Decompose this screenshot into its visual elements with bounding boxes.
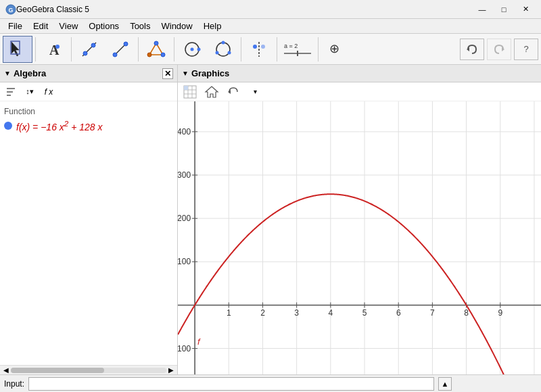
toolbar: A [0,34,541,65]
svg-text:G: G [8,7,13,14]
function-expression: f(x) = −16 x2 + 128 x [16,119,103,132]
titlebar: G GeoGebra Classic 5 — □ ✕ [0,0,541,19]
svg-point-24 [253,45,257,49]
algebra-chevron: ▼ [4,70,11,77]
graphics-undo-button[interactable] [224,84,243,99]
svg-point-22 [216,51,219,54]
undo-button[interactable] [460,39,484,60]
scroll-thumb[interactable] [11,368,104,373]
input-label: Input: [4,379,24,389]
algebra-toolbar: ↕▾ f x [0,82,177,101]
toolbar-separator-3 [138,37,139,62]
svg-point-14 [161,53,165,57]
svg-point-7 [83,51,87,55]
triangle-tool[interactable] [141,36,171,63]
undo-redo-group: ? [460,39,538,60]
redo-dropdown-icon: ▾ [254,88,257,95]
algebra-scrollbar: ◀ ▶ [0,365,177,374]
fx-icon: f x [45,87,53,97]
menu-options[interactable]: Options [83,20,124,32]
graphics-panel: ▼ Graphics [178,65,541,374]
move-view-tool[interactable]: ⊕ [321,36,351,63]
function-item[interactable]: f(x) = −16 x2 + 128 x [4,119,173,132]
algebra-fx-button[interactable]: f x [41,84,57,99]
svg-point-10 [113,53,117,57]
app-icon: G [5,4,16,15]
svg-point-21 [228,51,231,54]
scroll-left-button[interactable]: ◀ [1,366,11,375]
scroll-right-button[interactable]: ▶ [166,366,176,375]
svg-text:⊕: ⊕ [329,42,339,55]
scroll-track [11,368,166,373]
menu-file[interactable]: File [3,20,28,32]
svg-text:a = 2: a = 2 [284,43,298,49]
algebra-sort-button[interactable] [3,84,19,99]
algebra-content: Function f(x) = −16 x2 + 128 x [0,101,177,365]
svg-point-11 [124,42,128,46]
app-title: GeoGebra Classic 5 [16,5,472,14]
graphics-toolbar: ▾ [178,82,541,101]
input-field[interactable] [28,377,434,391]
main-content: ▼ Algebra ✕ ↕▾ f x Function [0,65,541,374]
sort-dropdown-icon: ↕▾ [26,87,34,96]
function-group-label: Function [4,107,173,116]
menu-help[interactable]: Help [198,20,227,32]
graphics-title: Graphics [191,68,229,78]
svg-point-17 [191,47,194,51]
function-dot [4,122,12,130]
svg-point-20 [222,41,225,44]
line-tool[interactable] [74,36,104,63]
svg-marker-41 [206,87,218,97]
menu-view[interactable]: View [53,20,83,32]
menubar: File Edit View Options Tools Window Help [0,19,541,34]
graphics-chevron: ▼ [182,70,189,77]
close-button[interactable]: ✕ [515,3,536,16]
redo-button[interactable] [487,39,511,60]
statusbar: Input: ▲ [0,374,541,392]
toolbar-separator-2 [71,37,72,62]
question-icon: ? [523,44,528,54]
menu-edit[interactable]: Edit [28,20,53,32]
maximize-button[interactable]: □ [494,3,514,16]
circle3-tool[interactable] [208,36,238,63]
circle-tool[interactable] [177,36,207,63]
menu-tools[interactable]: Tools [124,20,156,32]
grid-button[interactable] [181,84,199,99]
home-view-button[interactable] [202,84,221,99]
slider-tool[interactable]: a = 2 [280,36,315,63]
toolbar-separator-7 [318,37,319,62]
svg-point-8 [91,43,95,47]
graphics-header: ▼ Graphics [178,65,541,82]
svg-point-19 [216,43,230,56]
canvas-area[interactable] [178,101,541,374]
svg-rect-40 [184,86,188,90]
toolbar-separator-4 [174,37,174,62]
graph-canvas [178,101,541,374]
svg-point-25 [261,45,265,49]
select-tool[interactable] [3,36,32,63]
algebra-title: Algebra [14,68,46,78]
algebra-close-button[interactable]: ✕ [162,68,173,79]
algebra-header: ▼ Algebra ✕ [0,65,177,82]
algebra-sort-dropdown[interactable]: ↕▾ [22,84,38,99]
svg-point-15 [147,53,151,57]
minimize-button[interactable]: — [472,3,492,16]
svg-point-5 [55,45,60,49]
svg-point-13 [154,41,158,45]
graphics-redo-dropdown[interactable]: ▾ [245,84,264,99]
text-tool[interactable]: A [39,36,68,63]
toolbar-separator-1 [35,37,36,62]
reflect-tool[interactable] [244,36,274,63]
window-controls: — □ ✕ [472,3,536,16]
toolbar-separator-5 [241,37,241,62]
help-button[interactable]: ? [514,39,538,60]
algebra-panel: ▼ Algebra ✕ ↕▾ f x Function [0,65,178,374]
segment-tool[interactable] [105,36,135,63]
svg-point-18 [197,47,201,51]
toolbar-separator-6 [277,37,277,62]
input-expand-button[interactable]: ▲ [438,377,452,391]
menu-window[interactable]: Window [156,20,197,32]
